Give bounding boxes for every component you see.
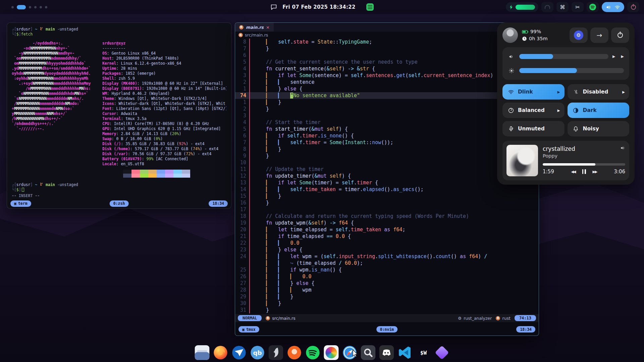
workspace-6[interactable]: [45, 6, 47, 8]
workspace-1[interactable]: [11, 6, 14, 8]
tray-icon[interactable]: [541, 2, 553, 12]
power-icon[interactable]: [627, 2, 639, 12]
prompt-line-2[interactable]: └[$]: [12, 187, 226, 192]
fetch-entry: Display (B0E0791): 644x362 @ 60 Hz in …: [102, 86, 226, 91]
toggle-balanced[interactable]: Balanced▶: [502, 103, 565, 118]
line-number: 30: [235, 300, 250, 307]
battery-bar: [516, 5, 535, 10]
code-area[interactable]: 8 ▎ self.state = State::TypingGame;7 }65…: [235, 39, 539, 313]
volume-network-pill[interactable]: [602, 2, 624, 12]
sun-icon: [508, 68, 515, 74]
code-line: 1 ▎ }: [235, 99, 539, 106]
battery-indicator[interactable]: [506, 2, 538, 12]
play-chevron-icon[interactable]: ▶: [612, 54, 615, 59]
spotify-tray-icon[interactable]: [587, 2, 599, 12]
fetch-entry: Disk (/home): 579.17 GiB / 783.77 GiB (7…: [102, 146, 226, 152]
chevron-right-icon[interactable]: ▶: [557, 90, 560, 94]
dock-item-photos[interactable]: [324, 345, 339, 360]
chevron-right-icon[interactable]: ▶: [557, 109, 560, 112]
fetch-entry: Shell: zsh 5.9: [102, 76, 226, 81]
palette-swatch: [157, 174, 165, 178]
code-text: }: [250, 106, 269, 112]
tmux-window-pill[interactable]: 0:zsh: [110, 200, 129, 207]
tmux-session-pill[interactable]: ▣tmux: [238, 326, 259, 333]
player-output-icon[interactable]: [620, 145, 625, 152]
workspace-4[interactable]: [34, 6, 37, 8]
dock-item-thunderbird[interactable]: [231, 345, 247, 360]
palette-swatch: [148, 174, 157, 178]
dock-item-discord[interactable]: [379, 345, 394, 360]
dock-item-firefox[interactable]: [213, 345, 228, 360]
palette-swatch: [140, 174, 148, 178]
battery-icon: [522, 30, 528, 34]
tmux-window-pill[interactable]: 0:nvim: [376, 326, 398, 333]
toggle-label: Unmuted: [518, 126, 545, 132]
workspace-3[interactable]: [29, 6, 31, 8]
dock-item-vscode[interactable]: [397, 345, 413, 360]
command-icon[interactable]: ⌘: [556, 2, 569, 12]
dock-item-wezterm[interactable]: $W: [416, 345, 431, 360]
palette-row-normal: [123, 170, 226, 174]
toggle-dark[interactable]: Dark: [568, 103, 630, 118]
tab-main-rs[interactable]: R main.rs ×: [235, 23, 274, 32]
clock[interactable]: Fri 07 Feb 2025 18:34:22: [282, 4, 356, 10]
fetch-entry: Host: 20L8S90R00 (ThinkPad T480s): [102, 56, 226, 61]
chat-bubble-icon[interactable]: [270, 4, 277, 10]
toggle-dlink[interactable]: Dlink▶: [502, 84, 565, 100]
pause-icon[interactable]: [582, 169, 586, 174]
play-chevron-icon[interactable]: ▶: [621, 54, 624, 59]
rust-icon: R: [238, 33, 243, 37]
album-art[interactable]: [506, 145, 538, 176]
line-number: 8: [235, 146, 250, 153]
slider-volume[interactable]: ▶▶: [508, 52, 624, 61]
close-tab-icon[interactable]: ×: [266, 25, 270, 30]
palette-swatch: [173, 170, 182, 174]
slider-brightness[interactable]: [508, 66, 624, 75]
dock-item-qbittorrent[interactable]: qb: [250, 345, 265, 360]
code-text: }: [250, 199, 269, 206]
settings-button[interactable]: ⚙: [570, 27, 588, 43]
slider-track-volume[interactable]: [519, 54, 608, 59]
previous-track-icon[interactable]: ◀◀: [571, 170, 576, 174]
fetch-entry: GPU: Intel UHD Graphics 620 @ 1.15 GHz […: [102, 126, 226, 131]
code-text: ▎ self.state = State::TypingGame;: [250, 39, 372, 45]
fetch-entry: Cursor: Adwaita: [102, 111, 226, 116]
code-line: 21 ▎ if time_elapsed == 0.0 {: [235, 233, 539, 240]
logout-button[interactable]: →: [590, 27, 608, 43]
line-number: 28: [235, 287, 250, 293]
media-player: crystallized Poppy 1:59 ◀◀ ▶▶ 3:06: [502, 141, 629, 180]
chevron-right-icon[interactable]: ▶: [622, 90, 625, 94]
dock-item-files[interactable]: [195, 345, 210, 360]
terminal-window[interactable]: ┌[srdusr] ~ main -unstaged └[$]fetch -/o…: [7, 22, 231, 209]
tmux-session-pill[interactable]: ▣term: [10, 200, 31, 207]
code-line: 3: [235, 112, 539, 119]
slider-track-brightness[interactable]: [519, 68, 624, 73]
dock-item-shell-app[interactable]: [268, 345, 284, 360]
terminal-color-palette: [123, 170, 226, 178]
workspace-2[interactable]: [17, 5, 26, 9]
dock-item-obsidian[interactable]: [434, 345, 450, 360]
player-progress-track[interactable]: [543, 163, 625, 166]
power-button[interactable]: [611, 27, 629, 43]
avatar[interactable]: [502, 27, 518, 43]
dock-item-spotify[interactable]: [305, 345, 321, 360]
palette-swatch: [123, 170, 131, 174]
toggle-disabled[interactable]: Disabled▶: [568, 84, 630, 100]
toggle-noisy[interactable]: Noisy: [568, 121, 630, 136]
top-bar-center: Fri 07 Feb 2025 18:34:22: [270, 0, 374, 14]
music-tray-icon[interactable]: [366, 3, 374, 11]
palette-swatch: [165, 170, 173, 174]
dock-item-loupe[interactable]: [361, 345, 376, 360]
spotify-icon: [589, 3, 596, 11]
next-track-icon[interactable]: ▶▶: [593, 170, 597, 174]
toggle-unmuted[interactable]: Unmuted: [502, 121, 565, 136]
editor-window[interactable]: R main.rs × R src/main.rs 8 ▎ self.state…: [235, 22, 539, 336]
fetch-entry: Theme: Windows [Qt], WhiteSur-Dark [GTK2…: [102, 96, 226, 101]
code-line: 29 ▎ ▎ }: [235, 293, 539, 300]
editor-statusline: NORMAL Rsrc/main.rs ⚙rust_analyzer Rrust…: [235, 314, 539, 322]
dock-item-zen-browser[interactable]: [287, 345, 302, 360]
screenshot-icon[interactable]: ✂: [572, 2, 584, 12]
line-number: 24: [235, 253, 250, 260]
code-line: 14 ▎ ▎ self.time_taken = timer.elapsed()…: [235, 186, 539, 193]
workspace-5[interactable]: [40, 6, 42, 8]
